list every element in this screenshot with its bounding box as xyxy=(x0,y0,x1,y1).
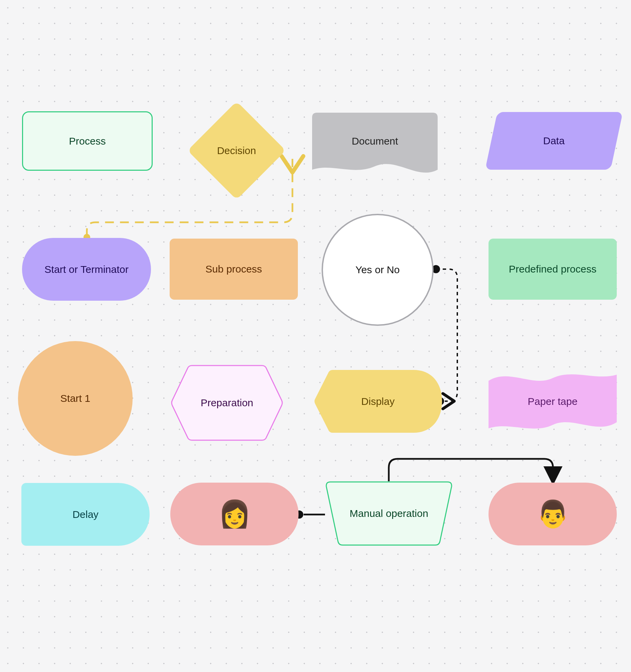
node-display[interactable]: Display xyxy=(314,370,442,433)
node-start1-label: Start 1 xyxy=(60,393,90,404)
connector-manual-man xyxy=(389,459,553,481)
node-woman-label: 👩 xyxy=(218,499,251,529)
node-manual-label: Manual operation xyxy=(350,508,428,519)
node-document-label: Document xyxy=(352,135,398,147)
node-document[interactable]: Document xyxy=(312,113,438,175)
node-manual[interactable]: Manual operation xyxy=(326,481,452,546)
node-display-label: Display xyxy=(361,396,395,407)
node-decision-label: Decision xyxy=(217,145,256,156)
node-start1[interactable]: Start 1 xyxy=(18,341,133,456)
canvas-svg xyxy=(0,0,631,672)
node-process[interactable]: Process xyxy=(22,111,153,171)
node-yesno-label: Yes or No xyxy=(356,264,400,276)
node-decision[interactable]: Decision xyxy=(188,101,286,200)
node-woman[interactable]: 👩 xyxy=(170,483,299,545)
node-terminator[interactable]: Start or Terminator xyxy=(22,238,151,301)
node-preparation[interactable]: Preparation xyxy=(171,364,283,442)
node-man-label: 👨 xyxy=(536,499,569,529)
node-data[interactable]: Data xyxy=(485,112,623,170)
node-subprocess[interactable]: Sub process xyxy=(170,239,298,300)
node-data-label: Data xyxy=(543,135,565,147)
node-papertape-label: Paper tape xyxy=(528,396,578,407)
node-man[interactable]: 👨 xyxy=(489,483,617,545)
node-papertape[interactable]: Paper tape xyxy=(489,371,617,432)
node-delay[interactable]: Delay xyxy=(21,483,150,546)
node-process-label: Process xyxy=(69,135,106,147)
node-terminator-label: Start or Terminator xyxy=(44,264,129,275)
node-predefined[interactable]: Predefined process xyxy=(489,239,617,300)
node-yesno[interactable]: Yes or No xyxy=(322,214,434,326)
node-preparation-label: Preparation xyxy=(200,397,253,409)
node-delay-label: Delay xyxy=(73,509,99,520)
node-predefined-label: Predefined process xyxy=(509,263,597,275)
node-subprocess-label: Sub process xyxy=(206,263,262,275)
